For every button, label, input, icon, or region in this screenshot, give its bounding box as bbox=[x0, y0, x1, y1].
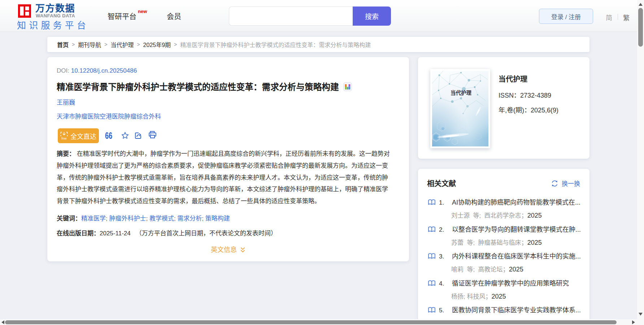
svg-text:free: free bbox=[61, 136, 67, 140]
svg-text:66: 66 bbox=[105, 132, 112, 139]
svg-text:当代护理: 当代护理 bbox=[451, 90, 471, 96]
